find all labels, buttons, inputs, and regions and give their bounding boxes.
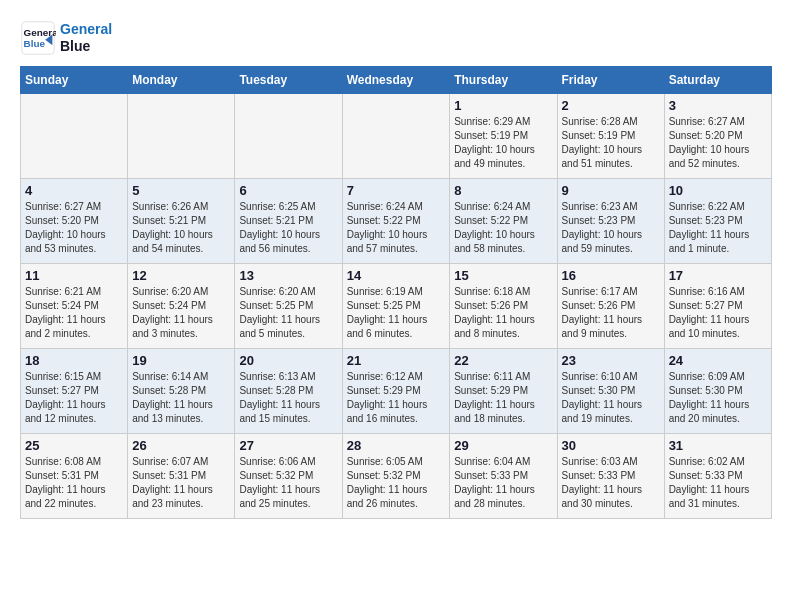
- day-info: Sunrise: 6:29 AMSunset: 5:19 PMDaylight:…: [454, 115, 552, 171]
- calendar-cell: 14Sunrise: 6:19 AMSunset: 5:25 PMDayligh…: [342, 264, 450, 349]
- header: General Blue GeneralBlue: [20, 20, 772, 56]
- day-info: Sunrise: 6:04 AMSunset: 5:33 PMDaylight:…: [454, 455, 552, 511]
- day-info: Sunrise: 6:27 AMSunset: 5:20 PMDaylight:…: [669, 115, 767, 171]
- day-number: 20: [239, 353, 337, 368]
- day-info: Sunrise: 6:20 AMSunset: 5:25 PMDaylight:…: [239, 285, 337, 341]
- calendar-cell: [21, 94, 128, 179]
- calendar-cell: 10Sunrise: 6:22 AMSunset: 5:23 PMDayligh…: [664, 179, 771, 264]
- day-number: 2: [562, 98, 660, 113]
- day-number: 15: [454, 268, 552, 283]
- day-info: Sunrise: 6:23 AMSunset: 5:23 PMDaylight:…: [562, 200, 660, 256]
- day-info: Sunrise: 6:09 AMSunset: 5:30 PMDaylight:…: [669, 370, 767, 426]
- day-number: 29: [454, 438, 552, 453]
- day-number: 13: [239, 268, 337, 283]
- svg-text:Blue: Blue: [24, 38, 46, 49]
- day-number: 7: [347, 183, 446, 198]
- day-number: 28: [347, 438, 446, 453]
- calendar-cell: 7Sunrise: 6:24 AMSunset: 5:22 PMDaylight…: [342, 179, 450, 264]
- day-number: 22: [454, 353, 552, 368]
- day-info: Sunrise: 6:12 AMSunset: 5:29 PMDaylight:…: [347, 370, 446, 426]
- day-number: 19: [132, 353, 230, 368]
- day-number: 5: [132, 183, 230, 198]
- day-number: 18: [25, 353, 123, 368]
- calendar-cell: 22Sunrise: 6:11 AMSunset: 5:29 PMDayligh…: [450, 349, 557, 434]
- day-info: Sunrise: 6:24 AMSunset: 5:22 PMDaylight:…: [347, 200, 446, 256]
- day-info: Sunrise: 6:07 AMSunset: 5:31 PMDaylight:…: [132, 455, 230, 511]
- day-number: 27: [239, 438, 337, 453]
- calendar-week-row: 4Sunrise: 6:27 AMSunset: 5:20 PMDaylight…: [21, 179, 772, 264]
- day-info: Sunrise: 6:21 AMSunset: 5:24 PMDaylight:…: [25, 285, 123, 341]
- day-info: Sunrise: 6:05 AMSunset: 5:32 PMDaylight:…: [347, 455, 446, 511]
- calendar-cell: 17Sunrise: 6:16 AMSunset: 5:27 PMDayligh…: [664, 264, 771, 349]
- calendar-week-row: 11Sunrise: 6:21 AMSunset: 5:24 PMDayligh…: [21, 264, 772, 349]
- calendar-cell: 15Sunrise: 6:18 AMSunset: 5:26 PMDayligh…: [450, 264, 557, 349]
- calendar-cell: 28Sunrise: 6:05 AMSunset: 5:32 PMDayligh…: [342, 434, 450, 519]
- day-number: 4: [25, 183, 123, 198]
- day-info: Sunrise: 6:28 AMSunset: 5:19 PMDaylight:…: [562, 115, 660, 171]
- weekday-header-monday: Monday: [128, 67, 235, 94]
- calendar-cell: 6Sunrise: 6:25 AMSunset: 5:21 PMDaylight…: [235, 179, 342, 264]
- day-info: Sunrise: 6:10 AMSunset: 5:30 PMDaylight:…: [562, 370, 660, 426]
- day-info: Sunrise: 6:17 AMSunset: 5:26 PMDaylight:…: [562, 285, 660, 341]
- calendar-table: SundayMondayTuesdayWednesdayThursdayFrid…: [20, 66, 772, 519]
- calendar-cell: 25Sunrise: 6:08 AMSunset: 5:31 PMDayligh…: [21, 434, 128, 519]
- calendar-week-row: 25Sunrise: 6:08 AMSunset: 5:31 PMDayligh…: [21, 434, 772, 519]
- calendar-cell: 21Sunrise: 6:12 AMSunset: 5:29 PMDayligh…: [342, 349, 450, 434]
- day-info: Sunrise: 6:22 AMSunset: 5:23 PMDaylight:…: [669, 200, 767, 256]
- day-info: Sunrise: 6:19 AMSunset: 5:25 PMDaylight:…: [347, 285, 446, 341]
- day-info: Sunrise: 6:02 AMSunset: 5:33 PMDaylight:…: [669, 455, 767, 511]
- day-number: 30: [562, 438, 660, 453]
- day-info: Sunrise: 6:24 AMSunset: 5:22 PMDaylight:…: [454, 200, 552, 256]
- calendar-cell: 3Sunrise: 6:27 AMSunset: 5:20 PMDaylight…: [664, 94, 771, 179]
- calendar-cell: 2Sunrise: 6:28 AMSunset: 5:19 PMDaylight…: [557, 94, 664, 179]
- calendar-cell: 20Sunrise: 6:13 AMSunset: 5:28 PMDayligh…: [235, 349, 342, 434]
- weekday-header-thursday: Thursday: [450, 67, 557, 94]
- day-info: Sunrise: 6:14 AMSunset: 5:28 PMDaylight:…: [132, 370, 230, 426]
- calendar-cell: 27Sunrise: 6:06 AMSunset: 5:32 PMDayligh…: [235, 434, 342, 519]
- day-number: 6: [239, 183, 337, 198]
- logo: General Blue GeneralBlue: [20, 20, 112, 56]
- calendar-cell: 19Sunrise: 6:14 AMSunset: 5:28 PMDayligh…: [128, 349, 235, 434]
- calendar-cell: 11Sunrise: 6:21 AMSunset: 5:24 PMDayligh…: [21, 264, 128, 349]
- day-number: 16: [562, 268, 660, 283]
- calendar-week-row: 18Sunrise: 6:15 AMSunset: 5:27 PMDayligh…: [21, 349, 772, 434]
- day-number: 24: [669, 353, 767, 368]
- day-number: 14: [347, 268, 446, 283]
- day-info: Sunrise: 6:11 AMSunset: 5:29 PMDaylight:…: [454, 370, 552, 426]
- day-number: 26: [132, 438, 230, 453]
- day-number: 8: [454, 183, 552, 198]
- day-info: Sunrise: 6:13 AMSunset: 5:28 PMDaylight:…: [239, 370, 337, 426]
- calendar-cell: 13Sunrise: 6:20 AMSunset: 5:25 PMDayligh…: [235, 264, 342, 349]
- day-info: Sunrise: 6:15 AMSunset: 5:27 PMDaylight:…: [25, 370, 123, 426]
- weekday-header-wednesday: Wednesday: [342, 67, 450, 94]
- day-number: 3: [669, 98, 767, 113]
- calendar-cell: 12Sunrise: 6:20 AMSunset: 5:24 PMDayligh…: [128, 264, 235, 349]
- calendar-cell: [128, 94, 235, 179]
- day-info: Sunrise: 6:26 AMSunset: 5:21 PMDaylight:…: [132, 200, 230, 256]
- day-number: 31: [669, 438, 767, 453]
- day-number: 17: [669, 268, 767, 283]
- weekday-header-friday: Friday: [557, 67, 664, 94]
- day-number: 9: [562, 183, 660, 198]
- weekday-header-row: SundayMondayTuesdayWednesdayThursdayFrid…: [21, 67, 772, 94]
- calendar-cell: 4Sunrise: 6:27 AMSunset: 5:20 PMDaylight…: [21, 179, 128, 264]
- calendar-cell: 5Sunrise: 6:26 AMSunset: 5:21 PMDaylight…: [128, 179, 235, 264]
- day-info: Sunrise: 6:03 AMSunset: 5:33 PMDaylight:…: [562, 455, 660, 511]
- logo-text: GeneralBlue: [60, 21, 112, 55]
- calendar-cell: 16Sunrise: 6:17 AMSunset: 5:26 PMDayligh…: [557, 264, 664, 349]
- day-info: Sunrise: 6:06 AMSunset: 5:32 PMDaylight:…: [239, 455, 337, 511]
- calendar-cell: 24Sunrise: 6:09 AMSunset: 5:30 PMDayligh…: [664, 349, 771, 434]
- day-number: 11: [25, 268, 123, 283]
- day-info: Sunrise: 6:25 AMSunset: 5:21 PMDaylight:…: [239, 200, 337, 256]
- calendar-cell: 30Sunrise: 6:03 AMSunset: 5:33 PMDayligh…: [557, 434, 664, 519]
- calendar-cell: 9Sunrise: 6:23 AMSunset: 5:23 PMDaylight…: [557, 179, 664, 264]
- weekday-header-sunday: Sunday: [21, 67, 128, 94]
- weekday-header-tuesday: Tuesday: [235, 67, 342, 94]
- day-number: 25: [25, 438, 123, 453]
- calendar-cell: [235, 94, 342, 179]
- day-info: Sunrise: 6:27 AMSunset: 5:20 PMDaylight:…: [25, 200, 123, 256]
- weekday-header-saturday: Saturday: [664, 67, 771, 94]
- day-info: Sunrise: 6:16 AMSunset: 5:27 PMDaylight:…: [669, 285, 767, 341]
- calendar-cell: 8Sunrise: 6:24 AMSunset: 5:22 PMDaylight…: [450, 179, 557, 264]
- calendar-cell: 31Sunrise: 6:02 AMSunset: 5:33 PMDayligh…: [664, 434, 771, 519]
